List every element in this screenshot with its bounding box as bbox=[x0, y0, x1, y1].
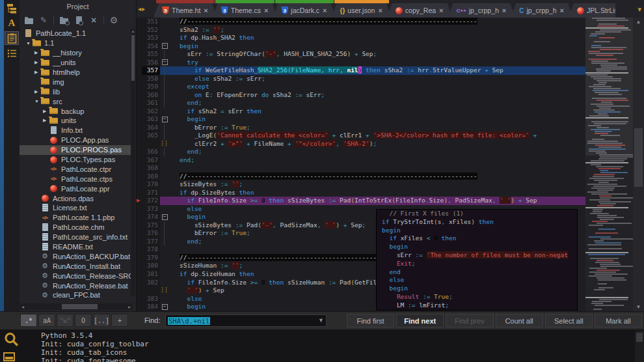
tree-item-runaction-backup-bat[interactable]: ⚙RunAction_BACKUP.bat bbox=[20, 251, 132, 261]
scrollbar-thumb[interactable] bbox=[634, 128, 643, 187]
tree-item-history[interactable]: ▶__history bbox=[20, 48, 132, 58]
fold-collapse-icon[interactable]: − bbox=[160, 115, 169, 124]
code-line-wrap[interactable]: begin bbox=[377, 285, 577, 293]
code-line-wrap[interactable]: if xFiles < 0 then bbox=[377, 234, 577, 243]
tree-collapse-icon[interactable]: ▼ bbox=[34, 99, 40, 104]
code-line-354[interactable]: 354−begin bbox=[137, 42, 585, 51]
code-line-363[interactable]: 363− begin bbox=[137, 115, 585, 124]
tree-item-pathlocate-ctpr[interactable]: </>PathLocate.ctpr bbox=[20, 164, 132, 174]
tree-item-units[interactable]: ▶units bbox=[20, 116, 132, 126]
code-line-wrap[interactable]: end bbox=[377, 268, 577, 277]
tab-jp-crpp-h[interactable]: C++jp_crpp_h× bbox=[448, 0, 516, 18]
tree-item-ploc-procs-pas[interactable]: PLOC.PROCS.pas bbox=[20, 145, 132, 155]
fold-collapse-icon[interactable]: − bbox=[160, 59, 169, 67]
code-line-wrap[interactable]: ┆┆ clErr2 + '>"' + FileName + '"</color>… bbox=[137, 140, 585, 148]
find-option-[interactable]: + bbox=[111, 314, 128, 327]
tree-item-pathlocate-1-1-pbp[interactable]: </>PathLocate 1.1.pbp bbox=[20, 213, 132, 223]
tree-item-ploc-types-pas[interactable]: PLOC.Types.pas bbox=[20, 155, 132, 165]
settings-icon[interactable]: ⚙ bbox=[109, 16, 119, 25]
code-line-368[interactable]: 368 bbox=[137, 164, 585, 173]
sidebar-symbols-icon[interactable]: A bbox=[5, 16, 19, 30]
minimap[interactable] bbox=[585, 18, 633, 311]
code-line-351[interactable]: 351//-----------------------------------… bbox=[137, 18, 585, 26]
tree-item-pathlocate-1-1[interactable]: PathLocate_1.1 bbox=[20, 29, 132, 38]
code-line-367[interactable]: 367end; bbox=[137, 156, 585, 165]
tree-item-ploc-app-pas[interactable]: PLOC.App.pas bbox=[20, 135, 132, 145]
edit-icon[interactable]: ✎ bbox=[38, 16, 49, 25]
tab-theme-ht[interactable]: 5Theme.ht× bbox=[154, 0, 217, 18]
tree-item-1-1[interactable]: ▼1.1 bbox=[20, 38, 132, 48]
close-icon[interactable]: × bbox=[88, 16, 99, 25]
tree-item-runaction-install-bat[interactable]: ⚙RunAction_Install.bat bbox=[20, 261, 132, 271]
sidebar-tree-icon[interactable] bbox=[5, 1, 19, 15]
code-line-wrap[interactable]: LM := lmFirst; bbox=[377, 301, 577, 310]
tab-jp-crpp-h[interactable]: Cjp_crpp_h× bbox=[511, 0, 573, 18]
code-line-wrap[interactable]: else bbox=[377, 276, 577, 285]
scroll-up-icon[interactable]: ▲ bbox=[131, 29, 135, 34]
fold-collapse-icon[interactable]: − bbox=[160, 42, 169, 51]
scrollbar-thumb[interactable] bbox=[62, 304, 98, 309]
code-line-353[interactable]: 353if dp.Hash_SHA2 then bbox=[137, 34, 585, 42]
sidebar-project-icon[interactable] bbox=[5, 31, 19, 45]
find-option-[interactable]: [..] bbox=[93, 314, 110, 327]
code-line-wrap[interactable]: sErr := 'The number of files must be non… bbox=[377, 251, 577, 260]
search-icon[interactable] bbox=[3, 331, 20, 347]
find-button-find-next[interactable]: Find next bbox=[396, 314, 444, 327]
code-line-wrap[interactable]: // First X files (1) bbox=[377, 210, 577, 218]
scroll-right-icon[interactable]: ▸ bbox=[126, 304, 133, 310]
scroll-down-icon[interactable]: ▼ bbox=[633, 303, 644, 311]
tree-item-backup[interactable]: ▶backup bbox=[20, 106, 132, 116]
code-line-358[interactable]: 358 else sSha2 := sErr; bbox=[137, 75, 585, 83]
tree-item-units[interactable]: ▶__units bbox=[20, 58, 132, 68]
code-line-361[interactable]: 361 end; bbox=[137, 99, 585, 107]
code-line-355[interactable]: 355 sErr := StringOfChar('-', HASH_LEN_S… bbox=[137, 50, 585, 59]
code-line-371[interactable]: 371if dp.SizeBytes then bbox=[137, 189, 585, 197]
tree-item-img[interactable]: img bbox=[20, 77, 132, 87]
tab-theme-cs[interactable]: 3Theme.cs× bbox=[213, 0, 278, 18]
code-line-366[interactable]: 366 end; bbox=[137, 148, 585, 156]
tree-item-htmlhelp[interactable]: ▶htmlhelp bbox=[20, 68, 132, 77]
scroll-up-icon[interactable]: ▲ bbox=[633, 18, 644, 26]
tree-collapse-icon[interactable]: ▼ bbox=[26, 41, 32, 46]
code-line-wrap[interactable]: Exit; bbox=[377, 260, 577, 268]
tab-close-icon[interactable]: × bbox=[264, 7, 268, 14]
find-option-o[interactable]: O bbox=[75, 314, 92, 327]
tree-item-src[interactable]: ▼src bbox=[20, 96, 132, 106]
tree-item-readme-txt[interactable]: README.txt bbox=[20, 242, 132, 252]
code-line-wrap[interactable]: begin bbox=[377, 243, 577, 251]
tab-close-icon[interactable]: × bbox=[560, 7, 564, 14]
tree-item-pathlocate-ppr[interactable]: PathLocate.ppr bbox=[20, 184, 132, 193]
code-line-357[interactable]: 357 if WeGetFileHash_SHA2_256(FileName, … bbox=[137, 66, 585, 75]
tree-item-pathlocate-ctps[interactable]: </>PathLocate.ctps bbox=[20, 174, 132, 184]
tab-scroll-arrows[interactable]: ◂▸ bbox=[138, 5, 146, 12]
tab-user-json[interactable]: {}user.json× bbox=[332, 0, 392, 18]
tabs-menu-icon[interactable]: ▾ bbox=[637, 5, 641, 14]
code-line-362[interactable]: 362 if sSha2 = sErr then bbox=[137, 107, 585, 116]
tree-item-lib[interactable]: ▶lib bbox=[20, 87, 132, 96]
tab-close-icon[interactable]: × bbox=[502, 7, 506, 14]
tree-vertical-scrollbar[interactable]: ▲ bbox=[131, 29, 135, 296]
tab-close-icon[interactable]: × bbox=[378, 7, 382, 14]
code-line-365[interactable]: 365 _LogE('Cannot calculate the <color='… bbox=[137, 132, 585, 140]
tree-expand-icon[interactable]: ▶ bbox=[43, 109, 49, 114]
tab-jacdark-c[interactable]: 3jacDark.c× bbox=[273, 0, 336, 18]
code-line-370[interactable]: 370sSizeBytes := ''; bbox=[137, 180, 585, 189]
code-line-352[interactable]: 352sSha2 := ''; bbox=[137, 26, 585, 35]
tree-expand-icon[interactable]: ▶ bbox=[34, 50, 40, 55]
find-button-select-all[interactable]: Select all bbox=[545, 314, 593, 327]
minimap-viewport[interactable] bbox=[585, 18, 633, 156]
code-line-364[interactable]: 364 bError := True; bbox=[137, 124, 585, 132]
tree-expand-icon[interactable]: ▶ bbox=[34, 70, 40, 75]
tab-copy-rea[interactable]: copy_Rea× bbox=[387, 0, 453, 18]
find-option-[interactable]: .* bbox=[20, 314, 37, 327]
tabs-scroll-right-icon[interactable]: ▸ bbox=[142, 5, 146, 12]
find-option-w[interactable]: "w" bbox=[57, 314, 74, 327]
code-line-369[interactable]: 369//-----------------------------------… bbox=[137, 173, 585, 181]
scrollbar-thumb[interactable] bbox=[636, 333, 643, 342]
tree-item-clean-fpc-bat[interactable]: ⚙clean_FPC.bat bbox=[20, 290, 132, 300]
code-line-372[interactable]: ▶372 if FileInfo.Size >= 0 then sSizeByt… bbox=[137, 197, 585, 205]
scroll-left-icon[interactable]: ◂ bbox=[20, 304, 26, 310]
tree-item-runaction-release-bat[interactable]: ⚙RunAction_Release.bat bbox=[20, 281, 132, 290]
find-button-count-all[interactable]: Count all bbox=[496, 314, 543, 327]
tree-expand-icon[interactable]: ▶ bbox=[34, 89, 40, 94]
